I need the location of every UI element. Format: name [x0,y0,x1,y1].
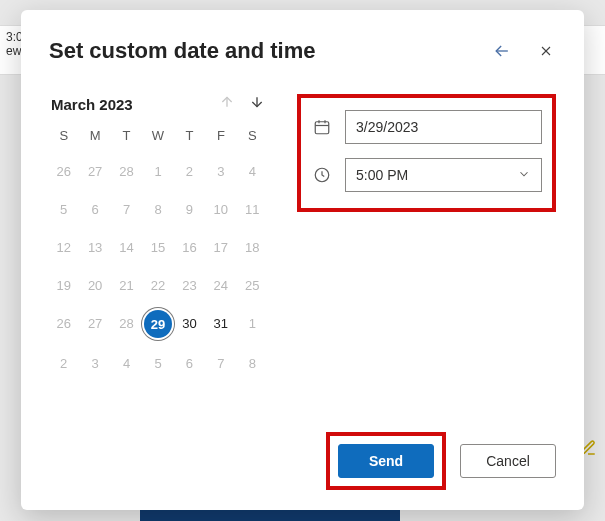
calendar-day[interactable]: 31 [206,311,235,335]
calendar-day[interactable]: 3 [206,159,235,183]
dow-label: F [206,128,235,147]
calendar-day[interactable]: 4 [112,351,141,375]
calendar-day[interactable]: 16 [175,235,204,259]
dialog-title: Set custom date and time [49,38,316,64]
dialog-header: Set custom date and time [49,38,556,64]
calendar-day[interactable]: 7 [112,197,141,221]
dow-label: M [80,128,109,147]
calendar-day[interactable]: 27 [80,311,109,335]
back-icon[interactable] [492,41,512,61]
calendar-day[interactable]: 22 [143,273,172,297]
calendar-day[interactable]: 8 [143,197,172,221]
calendar-day[interactable]: 2 [49,351,78,375]
calendar: March 2023 SMTWTFS 262728123456789101112… [49,94,267,375]
day-grid: 2627281234567891011121314151617181920212… [49,159,267,375]
cancel-button[interactable]: Cancel [460,444,556,478]
calendar-day[interactable]: 28 [112,159,141,183]
calendar-day[interactable]: 28 [112,311,141,335]
calendar-day[interactable]: 5 [49,197,78,221]
dow-label: S [49,128,78,147]
calendar-day[interactable]: 6 [80,197,109,221]
calendar-day[interactable]: 6 [175,351,204,375]
dow-label: T [175,128,204,147]
dialog-footer: Send Cancel [326,432,556,490]
dow-label: S [238,128,267,147]
calendar-day[interactable]: 23 [175,273,204,297]
calendar-day[interactable]: 15 [143,235,172,259]
dow-label: W [143,128,172,147]
calendar-day[interactable]: 19 [49,273,78,297]
calendar-day[interactable]: 9 [175,197,204,221]
chevron-down-icon [517,167,531,184]
calendar-day[interactable]: 11 [238,197,267,221]
calendar-day[interactable]: 14 [112,235,141,259]
calendar-day[interactable]: 4 [238,159,267,183]
calendar-day[interactable]: 5 [143,351,172,375]
calendar-icon [311,118,333,136]
calendar-day[interactable]: 27 [80,159,109,183]
calendar-day[interactable]: 24 [206,273,235,297]
calendar-day[interactable]: 10 [206,197,235,221]
datetime-inputs: 5:00 PM [297,94,556,212]
close-icon[interactable] [536,41,556,61]
month-label: March 2023 [51,96,133,113]
calendar-day[interactable]: 2 [175,159,204,183]
calendar-day[interactable]: 12 [49,235,78,259]
calendar-day[interactable]: 8 [238,351,267,375]
prev-month-icon[interactable] [219,94,235,114]
custom-datetime-dialog: Set custom date and time March 2023 [21,10,584,510]
date-input[interactable] [345,110,542,144]
time-value: 5:00 PM [356,167,408,183]
calendar-day[interactable]: 13 [80,235,109,259]
svg-rect-0 [315,122,329,134]
calendar-day[interactable]: 25 [238,273,267,297]
next-month-icon[interactable] [249,94,265,114]
send-button[interactable]: Send [338,444,434,478]
calendar-day[interactable]: 20 [80,273,109,297]
calendar-day[interactable]: 26 [49,311,78,335]
calendar-day[interactable]: 17 [206,235,235,259]
calendar-day[interactable]: 3 [80,351,109,375]
highlight-box-inputs: 5:00 PM [297,94,556,212]
day-of-week-row: SMTWTFS [49,128,267,147]
calendar-day[interactable]: 1 [143,159,172,183]
dow-label: T [112,128,141,147]
highlight-box-send: Send [326,432,446,490]
calendar-day[interactable]: 1 [238,311,267,335]
calendar-day[interactable]: 26 [49,159,78,183]
clock-icon [311,166,333,184]
calendar-day[interactable]: 18 [238,235,267,259]
calendar-day[interactable]: 7 [206,351,235,375]
calendar-day-selected[interactable]: 29 [145,311,171,337]
calendar-day[interactable]: 21 [112,273,141,297]
calendar-day[interactable]: 30 [175,311,204,335]
time-select[interactable]: 5:00 PM [345,158,542,192]
